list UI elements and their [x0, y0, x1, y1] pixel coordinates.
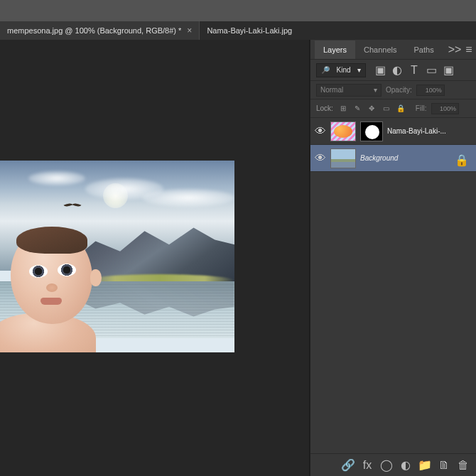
lock-all-icon[interactable]: 🔒: [396, 104, 405, 114]
chevron-down-icon: ▾: [357, 66, 361, 74]
tab-layers[interactable]: Layers: [315, 40, 355, 59]
visibility-eye-icon[interactable]: 👁: [315, 126, 326, 137]
adjustment-layer-icon[interactable]: ◐: [399, 458, 413, 472]
layer-row[interactable]: 👁 Nama-Bayi-Laki-...: [310, 118, 476, 145]
document-tab-title: mempesona.jpg @ 100% (Background, RGB/8#…: [7, 26, 181, 35]
opacity-value: 100%: [426, 87, 442, 94]
filter-kind-select[interactable]: 🔎 Kind ▾: [316, 63, 366, 77]
close-icon[interactable]: ×: [187, 26, 192, 36]
search-icon: 🔎: [321, 66, 330, 74]
tab-paths[interactable]: Paths: [406, 40, 443, 59]
lock-label: Lock:: [316, 104, 333, 112]
document-tab-active[interactable]: mempesona.jpg @ 100% (Background, RGB/8#…: [0, 21, 199, 40]
baby-graphic: [0, 228, 107, 352]
blend-row: Normal ▾ Opacity: 100%: [310, 81, 476, 99]
add-mask-icon[interactable]: ◯: [379, 458, 394, 472]
layer-bottom-bar: 🔗 fx ◯ ◐ 📁 🗎 🗑: [310, 453, 476, 476]
document-tab-title: Nama-Bayi-Laki-Laki.jpg: [207, 26, 292, 35]
collapse-icon[interactable]: >>: [448, 43, 462, 56]
canvas-image: [0, 161, 234, 352]
tab-channels[interactable]: Channels: [355, 40, 405, 59]
lock-icon: 🔒: [455, 153, 465, 163]
app-toolbar-strip: [0, 0, 476, 7]
document-tab-bar: mempesona.jpg @ 100% (Background, RGB/8#…: [0, 21, 476, 40]
new-layer-icon[interactable]: 🗎: [437, 458, 451, 472]
layer-name[interactable]: Nama-Bayi-Laki-...: [387, 127, 472, 135]
opacity-label: Opacity:: [386, 86, 412, 94]
document-tab-inactive[interactable]: Nama-Bayi-Laki-Laki.jpg: [200, 21, 299, 40]
filter-type-icon[interactable]: T: [408, 64, 421, 77]
layer-list-empty-area[interactable]: [310, 172, 476, 453]
filter-pixel-icon[interactable]: ▣: [374, 64, 386, 77]
filter-adjustment-icon[interactable]: ◐: [391, 64, 404, 77]
panel-menu[interactable]: >> ≡: [443, 43, 476, 56]
layer-name[interactable]: Background: [360, 154, 450, 162]
opacity-field[interactable]: 100%: [416, 85, 445, 96]
lock-position-icon[interactable]: ✥: [367, 104, 377, 114]
panel-menu-icon[interactable]: ≡: [465, 43, 472, 56]
chevron-down-icon: ▾: [374, 86, 377, 94]
delete-layer-icon[interactable]: 🗑: [456, 458, 470, 472]
filter-shape-icon[interactable]: ▭: [425, 64, 438, 77]
lock-transparent-icon[interactable]: ⊞: [338, 104, 347, 114]
blend-mode-value: Normal: [320, 86, 343, 94]
link-layers-icon[interactable]: 🔗: [341, 458, 355, 472]
layer-fx-icon[interactable]: fx: [360, 458, 374, 472]
blend-mode-select[interactable]: Normal ▾: [316, 84, 382, 97]
options-bar: [0, 7, 476, 21]
panels-stack: Layers Channels Paths >> ≡ 🔎 Kind ▾ ▣ ◐ …: [310, 40, 476, 476]
layer-thumbnail[interactable]: [330, 148, 356, 168]
layer-mask-thumbnail[interactable]: [360, 121, 383, 141]
canvas-area[interactable]: [0, 40, 310, 476]
fill-field[interactable]: 100%: [431, 103, 459, 114]
layer-row-selected[interactable]: 👁 Background 🔒: [310, 145, 476, 172]
lock-pixels-icon[interactable]: ✎: [352, 104, 362, 114]
layer-list: 👁 Nama-Bayi-Laki-... 👁 Background 🔒: [310, 118, 476, 172]
lock-artboard-icon[interactable]: ▭: [382, 104, 391, 114]
new-group-icon[interactable]: 📁: [418, 458, 432, 472]
workspace: Layers Channels Paths >> ≡ 🔎 Kind ▾ ▣ ◐ …: [0, 40, 476, 476]
bird-graphic: [64, 203, 81, 210]
lock-row: Lock: ⊞ ✎ ✥ ▭ 🔒 Fill: 100%: [310, 99, 476, 118]
fill-label: Fill:: [416, 104, 427, 112]
layer-filter-row: 🔎 Kind ▾ ▣ ◐ T ▭ ▣: [310, 60, 476, 81]
filter-smart-icon[interactable]: ▣: [442, 64, 455, 77]
fill-value: 100%: [440, 105, 456, 112]
panel-tab-bar: Layers Channels Paths >> ≡: [310, 40, 476, 60]
visibility-eye-icon[interactable]: 👁: [315, 153, 326, 164]
filter-kind-label: Kind: [336, 66, 350, 74]
layer-thumbnail[interactable]: [330, 121, 356, 141]
